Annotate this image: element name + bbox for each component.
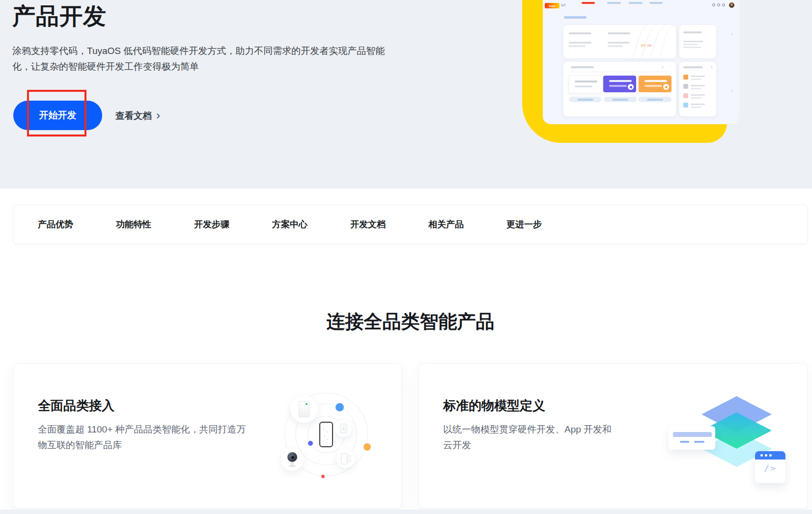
status-dot-icon <box>628 84 634 90</box>
placeholder-bar <box>571 66 594 68</box>
hero-section: tuya IoT <box>0 0 812 189</box>
placeholder-bar <box>691 107 701 108</box>
mockup-mini-card <box>568 76 602 93</box>
mockup-card-overview <box>563 25 676 58</box>
model-config-card-icon <box>669 426 715 450</box>
placeholder-bar <box>569 32 591 34</box>
iot-dashboard-mockup: tuya IoT <box>543 0 739 124</box>
placeholder-bar <box>683 41 703 42</box>
view-docs-label: 查看文档 <box>115 109 152 122</box>
mockup-card-products: › <box>563 62 676 116</box>
smartphone-icon <box>319 422 333 447</box>
placeholder-bar <box>644 80 667 82</box>
placeholder-bar <box>569 45 586 47</box>
tab-features[interactable]: 功能特性 <box>116 218 151 230</box>
carousel-arrow-icon: › <box>731 88 733 93</box>
placeholder-bar <box>683 66 703 68</box>
tuya-logo: tuya <box>545 3 560 8</box>
legend-square-blue <box>683 103 688 108</box>
browser-window-icon: /> <box>755 451 785 483</box>
tab-go-further[interactable]: 更进一步 <box>506 218 542 230</box>
legend-square-orange <box>683 75 688 80</box>
card-description: 以统一物模型贯穿硬件开发、App 开发和云开发 <box>443 422 614 453</box>
placeholder-pill <box>569 97 601 102</box>
code-icon: /> <box>755 463 785 473</box>
placeholder-bar <box>691 85 705 86</box>
chevron-right-icon: › <box>156 110 160 120</box>
feature-card-thing-model: 标准的物模型定义 以统一物模型贯穿硬件开发、App 开发和云开发 /> <box>419 363 808 509</box>
orange-dot <box>364 443 371 451</box>
divider <box>571 72 669 72</box>
carousel-arrow-icon: › <box>731 31 733 37</box>
card-title: 标准的物模型定义 <box>443 397 545 414</box>
page-title: 产品开发 <box>12 1 107 32</box>
hero-description: 涂鸦支持零代码，TuyaOS 低代码智能硬件开发方式，助力不同需求的开发者实现产… <box>12 43 387 74</box>
placeholder-bar <box>608 32 630 34</box>
next-section-edge <box>0 510 812 514</box>
mockup-card-side <box>679 25 716 58</box>
mockup-mini-card-orange <box>639 76 672 92</box>
view-docs-link[interactable]: 查看文档 › <box>115 108 160 122</box>
mockup-toolbar-icon <box>717 3 720 6</box>
section-anchor-nav: 产品优势 功能特性 开发步骤 方案中心 开发文档 相关产品 更进一步 <box>13 205 808 244</box>
placeholder-bar <box>569 42 591 44</box>
camera-icon <box>281 448 304 471</box>
feature-card-category-access: 全面品类接入 全面覆盖超 1100+ 种产品品类智能化，共同打造万物互联的智能产… <box>13 363 402 509</box>
placeholder-bar <box>691 94 705 96</box>
chevron-right-icon: › <box>711 64 713 70</box>
placeholder-bar <box>683 44 698 45</box>
mockup-nav-bar <box>649 2 663 4</box>
placeholder-bar <box>575 85 592 87</box>
blue-dot <box>336 403 344 411</box>
device-orbit-illustration <box>14 364 402 509</box>
mockup-nav-active-bar <box>582 2 595 4</box>
tab-product-advantages[interactable]: 产品优势 <box>38 218 73 230</box>
placeholder-bar <box>691 76 705 77</box>
placeholder-bar <box>608 42 630 44</box>
mockup-mini-card-purple <box>603 76 636 92</box>
status-dot-icon <box>663 84 669 90</box>
placeholder-chip <box>647 44 652 47</box>
mockup-card-legend: › <box>679 62 716 116</box>
placeholder-bar <box>644 85 662 87</box>
tab-dev-docs[interactable]: 开发文档 <box>350 218 386 230</box>
sensor-icon <box>335 420 352 437</box>
tuya-logo-suffix: IoT <box>561 3 566 7</box>
chevron-right-icon: › <box>662 64 664 70</box>
door-sensor-icon <box>336 449 355 468</box>
mockup-nav-bar <box>629 2 643 4</box>
mockup-breadcrumb-bar <box>564 16 587 19</box>
mockup-nav-bar <box>607 2 621 4</box>
air-purifier-icon <box>290 395 318 423</box>
placeholder-bar <box>691 104 705 105</box>
placeholder-bar <box>691 79 701 80</box>
placeholder-bar <box>683 47 701 48</box>
mockup-toolbar-icon <box>712 3 715 6</box>
tab-solution-center[interactable]: 方案中心 <box>272 218 308 230</box>
tab-related-products[interactable]: 相关产品 <box>428 218 464 230</box>
placeholder-pill <box>639 97 672 102</box>
placeholder-bar <box>608 45 623 47</box>
placeholder-bar <box>683 31 702 33</box>
placeholder-bar <box>691 88 701 89</box>
indigo-dot <box>308 441 313 446</box>
placeholder-bar <box>575 81 597 82</box>
mockup-toolbar-icon <box>722 3 725 6</box>
legend-square-gray <box>683 84 688 89</box>
placeholder-bar <box>609 85 627 87</box>
placeholder-bar <box>609 80 632 82</box>
avatar <box>729 2 734 8</box>
section-title: 连接全品类智能产品 <box>13 309 808 334</box>
legend-square-pink <box>683 93 688 98</box>
red-dot <box>321 475 325 478</box>
placeholder-bar <box>691 97 701 99</box>
placeholder-chip <box>641 44 646 47</box>
placeholder-pill <box>604 97 637 102</box>
annotation-highlight <box>27 90 86 136</box>
tab-dev-steps[interactable]: 开发步骤 <box>194 218 229 230</box>
